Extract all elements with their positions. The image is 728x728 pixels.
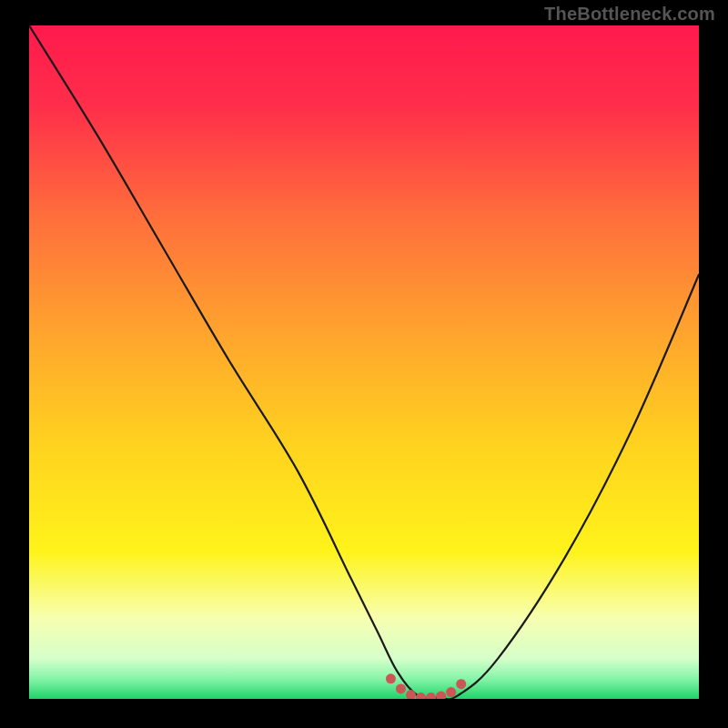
optimal-range-markers — [386, 673, 466, 699]
marker-dot — [426, 693, 436, 699]
marker-dot — [436, 692, 446, 699]
chart-root: TheBottleneck.com — [0, 0, 728, 728]
bottleneck-curve — [29, 25, 699, 699]
marker-dot — [416, 693, 426, 699]
marker-dot — [396, 683, 406, 693]
marker-dot — [456, 679, 466, 689]
curve-layer — [29, 25, 699, 699]
plot-area — [29, 25, 699, 699]
marker-dot — [406, 690, 416, 699]
marker-dot — [386, 673, 396, 683]
marker-dot — [446, 687, 456, 697]
watermark-text: TheBottleneck.com — [544, 4, 715, 25]
